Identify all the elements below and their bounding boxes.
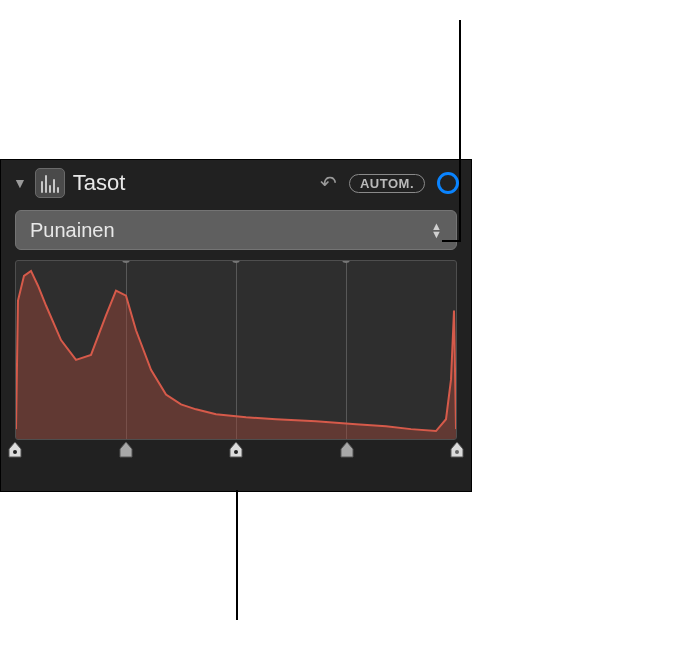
midtone-slider[interactable] <box>229 442 243 458</box>
histogram-curve <box>16 261 456 439</box>
channel-selected-label: Punainen <box>30 219 431 242</box>
shadow-slider[interactable] <box>119 442 133 458</box>
white-point-slider[interactable] <box>450 442 464 458</box>
svg-point-2 <box>455 450 459 454</box>
undo-icon[interactable]: ↶ <box>316 171 341 195</box>
histogram-box <box>15 260 457 440</box>
slider-track <box>15 442 457 460</box>
svg-point-0 <box>13 450 17 454</box>
auto-button[interactable]: AUTOM. <box>349 174 425 193</box>
panel-title: Tasot <box>73 170 308 196</box>
black-point-slider[interactable] <box>8 442 22 458</box>
callout-line <box>459 20 461 242</box>
histogram <box>15 260 457 460</box>
levels-panel: ▼ Tasot ↶ AUTOM. Punainen ▲▼ <box>0 159 472 492</box>
chevron-up-down-icon: ▲▼ <box>431 223 442 238</box>
panel-header: ▼ Tasot ↶ AUTOM. <box>1 160 471 206</box>
enable-toggle[interactable] <box>437 172 459 194</box>
disclosure-triangle-icon[interactable]: ▼ <box>13 175 27 191</box>
levels-icon <box>35 168 65 198</box>
svg-point-1 <box>234 450 238 454</box>
highlight-slider[interactable] <box>340 442 354 458</box>
channel-dropdown[interactable]: Punainen ▲▼ <box>15 210 457 250</box>
callout-line <box>236 490 238 620</box>
